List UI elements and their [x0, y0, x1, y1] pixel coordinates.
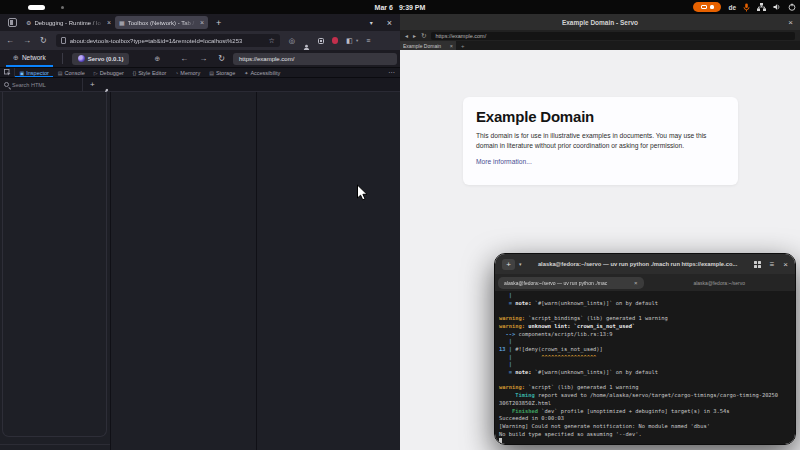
- desktop: Mar 6 9:39 PM de: [0, 0, 800, 450]
- servo-title-bar[interactable]: Example Domain - Servo ×: [400, 14, 800, 30]
- panel-tab-console[interactable]: ▤ Console: [53, 68, 89, 77]
- markup-view[interactable]: [2, 92, 107, 437]
- tab-close-icon[interactable]: ×: [450, 43, 453, 49]
- tab-title: Debugging - Runtime / lo: [34, 20, 104, 26]
- screen-record-indicator[interactable]: [693, 2, 721, 12]
- panel-tab-storage[interactable]: ▤ Storage: [205, 68, 240, 77]
- new-tab-button[interactable]: +: [216, 18, 221, 28]
- terminal-tab-bar: alaska@fedora:~/servo — uv run python ./…: [495, 274, 795, 291]
- recording-extension-icon[interactable]: [332, 37, 339, 44]
- window-close-icon[interactable]: ×: [788, 14, 793, 30]
- target-url-field[interactable]: https://example.com/: [233, 53, 397, 65]
- servo-toolbar: ◂ ▸ ↻ https://example.com/: [400, 30, 800, 41]
- tab-overview-icon[interactable]: [754, 261, 761, 268]
- page-icon: [61, 37, 66, 44]
- bookmark-star-icon[interactable]: ☆: [268, 37, 274, 45]
- tab-title: Toolbox (Network) - Tab /: [128, 20, 197, 26]
- clock[interactable]: Mar 6 9:39 PM: [0, 0, 800, 14]
- target-forward-button[interactable]: →: [199, 54, 207, 63]
- devtools-target-tab[interactable]: ⊕ Network: [6, 50, 53, 67]
- panel-tab-inspector[interactable]: ▣ Inspector: [15, 68, 53, 77]
- list-all-tabs-icon[interactable]: ▾: [370, 19, 373, 26]
- terminal-new-tab-button[interactable]: +: [502, 259, 515, 270]
- panel-tab-debugger[interactable]: ▷ Debugger: [89, 68, 128, 77]
- menu-icon[interactable]: ≡: [770, 260, 775, 269]
- panel-tab-memory[interactable]: ◔ Memory: [171, 68, 205, 77]
- search-html-input[interactable]: Search HTML: [0, 78, 83, 91]
- target-back-button[interactable]: ←: [180, 54, 188, 63]
- toolbox-icon: ▦: [119, 19, 125, 26]
- inspector-panels: [0, 92, 400, 450]
- target-url-text: https://example.com/: [239, 56, 294, 62]
- tab-title: Example Domain: [403, 43, 448, 49]
- microphone-icon: [743, 3, 750, 12]
- panel-label: Memory: [180, 70, 200, 76]
- screenshot-icon[interactable]: ◎: [289, 37, 295, 45]
- menu-icon[interactable]: ≡: [366, 37, 370, 44]
- terminal-tab-inactive[interactable]: alaska@fedora:~/servo: [647, 277, 793, 289]
- panel-label: Style Editor: [138, 70, 166, 76]
- url-bar[interactable]: about:devtools-toolbox?type=tab&id=1&rem…: [56, 34, 280, 47]
- more-information-link[interactable]: More information...: [476, 158, 532, 165]
- chevron-down-icon[interactable]: ▾: [356, 38, 358, 43]
- create-node-button[interactable]: +: [90, 80, 95, 89]
- terminal-window: + ▾ alaska@fedora:~/servo — uv run pytho…: [494, 253, 796, 445]
- url-text: https://example.com/: [435, 33, 486, 39]
- reload-button[interactable]: ↻: [421, 32, 426, 40]
- sidebar-icon[interactable]: ◧: [346, 37, 353, 45]
- divider: [0, 444, 110, 445]
- tab-toolbox-network[interactable]: ▦ Toolbox (Network) - Tab / ×: [115, 16, 208, 29]
- debugger-icon: ▷: [94, 70, 98, 76]
- reload-button[interactable]: ↻: [40, 36, 47, 45]
- inspector-icon: ▣: [20, 70, 25, 76]
- system-tray[interactable]: de: [693, 0, 796, 14]
- devtools-meatball-menu[interactable]: ⋯: [383, 68, 400, 77]
- target-tab-label: Network: [22, 54, 46, 61]
- pick-element-button[interactable]: [0, 68, 15, 77]
- runtime-info-badge[interactable]: Servo (0.0.1): [72, 53, 130, 65]
- panel-splitter[interactable]: [256, 92, 257, 450]
- back-button[interactable]: ←: [6, 36, 14, 45]
- window-close-icon[interactable]: ×: [783, 260, 788, 269]
- screen-share-icon: [701, 5, 707, 10]
- firefox-tab-bar: ⚙ Debugging - Runtime / lo × ▦ Toolbox (…: [0, 14, 400, 31]
- new-tab-button[interactable]: +: [456, 41, 470, 50]
- terminal-tab-active[interactable]: alaska@fedora:~/servo — uv run python ./…: [498, 277, 644, 289]
- panel-tab-style-editor[interactable]: {} Style Editor: [128, 68, 170, 77]
- panel-label: Debugger: [100, 70, 124, 76]
- panel-label: Storage: [216, 70, 235, 76]
- forward-button[interactable]: →: [23, 36, 31, 45]
- window-close-icon[interactable]: ×: [387, 18, 392, 28]
- terminal-output[interactable]: | = note: `#[warn(unknown_lints)]` on by…: [495, 291, 795, 444]
- terminal-title-bar[interactable]: + ▾ alaska@fedora:~/servo — uv run pytho…: [495, 254, 795, 274]
- page-heading: Example Domain: [476, 108, 725, 125]
- forward-button[interactable]: ▸: [413, 32, 416, 39]
- keyboard-layout-indicator[interactable]: de: [728, 4, 736, 11]
- url-text[interactable]: about:devtools-toolbox?type=tab&id=1&rem…: [70, 38, 265, 44]
- terminal-title: alaska@fedora:~/servo — uv run python ./…: [522, 261, 754, 267]
- tab-example-domain[interactable]: Example Domain ×: [400, 41, 456, 50]
- eyedropper-icon[interactable]: [102, 81, 109, 88]
- toolbar-extension-icons: ◎ ◧ ▾ ≡: [289, 37, 371, 45]
- back-button[interactable]: ◂: [405, 32, 408, 39]
- extension-icon[interactable]: [318, 38, 324, 44]
- tab-close-icon[interactable]: ×: [634, 280, 638, 286]
- account-icon[interactable]: [303, 37, 310, 44]
- tab-close-icon[interactable]: ×: [107, 19, 111, 26]
- tab-close-icon[interactable]: ×: [200, 19, 204, 26]
- target-reload-button[interactable]: ↻: [218, 54, 225, 63]
- tab-title: alaska@fedora:~/servo: [693, 280, 745, 286]
- search-placeholder: Search HTML: [12, 82, 46, 88]
- firefox-nav-bar: ← → ↻ about:devtools-toolbox?type=tab&id…: [0, 31, 400, 50]
- example-domain-card: Example Domain This domain is for use in…: [463, 97, 738, 185]
- accessibility-icon: ✦: [244, 70, 248, 76]
- url-bar[interactable]: https://example.com/: [431, 32, 795, 40]
- tab-debugging[interactable]: ⚙ Debugging - Runtime / lo ×: [22, 16, 115, 29]
- gnome-top-bar: Mar 6 9:39 PM de: [0, 0, 800, 14]
- firefox-view-icon[interactable]: [8, 18, 17, 27]
- panel-label: Console: [65, 70, 85, 76]
- console-icon: ▤: [58, 70, 63, 76]
- panel-tab-accessibility[interactable]: ✦ Accessibility: [240, 68, 285, 77]
- panel-splitter[interactable]: [110, 92, 111, 450]
- devtools-toolbox-header: ⊕ Network Servo (0.0.1) ⊕ ← → ↻ https://…: [0, 50, 400, 68]
